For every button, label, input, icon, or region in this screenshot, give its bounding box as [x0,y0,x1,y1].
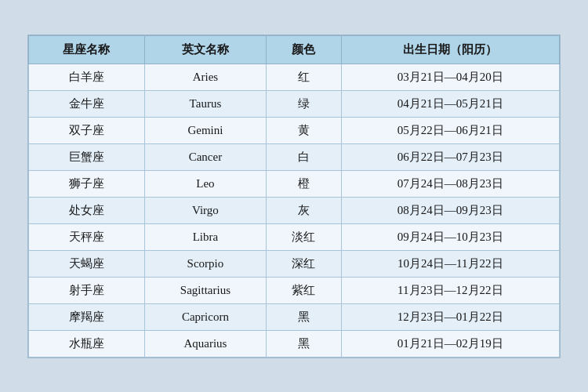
cell-english: Taurus [144,90,266,117]
cell-english: Aries [144,64,266,90]
cell-color: 红 [266,64,341,90]
cell-chinese: 金牛座 [29,90,145,117]
header-english-name: 英文名称 [144,35,266,64]
cell-chinese: 狮子座 [29,170,145,197]
cell-english: Aquarius [144,330,266,357]
table-row: 摩羯座Capricorn黑12月23日—01月22日 [29,303,560,330]
cell-color: 黑 [266,330,341,357]
cell-dates: 04月21日—05月21日 [341,90,559,117]
table-row: 射手座Sagittarius紫红11月23日—12月22日 [29,277,560,303]
table-row: 金牛座Taurus绿04月21日—05月21日 [29,90,560,117]
table-row: 处女座Virgo灰08月24日—09月23日 [29,197,560,223]
cell-dates: 09月24日—10月23日 [341,223,559,250]
cell-english: Leo [144,170,266,197]
cell-dates: 05月22日—06月21日 [341,117,559,143]
cell-color: 黑 [266,303,341,330]
header-dates: 出生日期（阳历） [341,35,559,64]
cell-chinese: 处女座 [29,197,145,223]
zodiac-table: 星座名称 英文名称 颜色 出生日期（阳历） 白羊座Aries红03月21日—04… [28,35,560,358]
cell-chinese: 水瓶座 [29,330,145,357]
table-row: 水瓶座Aquarius黑01月21日—02月19日 [29,330,560,357]
cell-english: Libra [144,223,266,250]
cell-dates: 06月22日—07月23日 [341,143,559,170]
cell-color: 灰 [266,197,341,223]
cell-color: 黄 [266,117,341,143]
zodiac-table-container: 星座名称 英文名称 颜色 出生日期（阳历） 白羊座Aries红03月21日—04… [27,34,561,358]
cell-dates: 11月23日—12月22日 [341,277,559,303]
cell-dates: 08月24日—09月23日 [341,197,559,223]
table-row: 双子座Gemini黄05月22日—06月21日 [29,117,560,143]
cell-color: 紫红 [266,277,341,303]
table-row: 天秤座Libra淡红09月24日—10月23日 [29,223,560,250]
cell-chinese: 双子座 [29,117,145,143]
cell-english: Capricorn [144,303,266,330]
table-body: 白羊座Aries红03月21日—04月20日金牛座Taurus绿04月21日—0… [29,64,560,357]
cell-chinese: 射手座 [29,277,145,303]
cell-color: 橙 [266,170,341,197]
cell-english: Virgo [144,197,266,223]
cell-color: 淡红 [266,223,341,250]
cell-english: Cancer [144,143,266,170]
cell-english: Gemini [144,117,266,143]
cell-color: 绿 [266,90,341,117]
table-row: 天蝎座Scorpio深红10月24日—11月22日 [29,250,560,277]
cell-chinese: 巨蟹座 [29,143,145,170]
cell-dates: 07月24日—08月23日 [341,170,559,197]
cell-dates: 10月24日—11月22日 [341,250,559,277]
cell-english: Sagittarius [144,277,266,303]
cell-chinese: 摩羯座 [29,303,145,330]
table-row: 巨蟹座Cancer白06月22日—07月23日 [29,143,560,170]
header-color: 颜色 [266,35,341,64]
header-chinese-name: 星座名称 [29,35,145,64]
cell-chinese: 白羊座 [29,64,145,90]
cell-color: 深红 [266,250,341,277]
cell-color: 白 [266,143,341,170]
cell-dates: 01月21日—02月19日 [341,330,559,357]
cell-chinese: 天蝎座 [29,250,145,277]
cell-english: Scorpio [144,250,266,277]
table-header-row: 星座名称 英文名称 颜色 出生日期（阳历） [29,35,560,64]
cell-chinese: 天秤座 [29,223,145,250]
cell-dates: 03月21日—04月20日 [341,64,559,90]
cell-dates: 12月23日—01月22日 [341,303,559,330]
table-row: 狮子座Leo橙07月24日—08月23日 [29,170,560,197]
table-row: 白羊座Aries红03月21日—04月20日 [29,64,560,90]
